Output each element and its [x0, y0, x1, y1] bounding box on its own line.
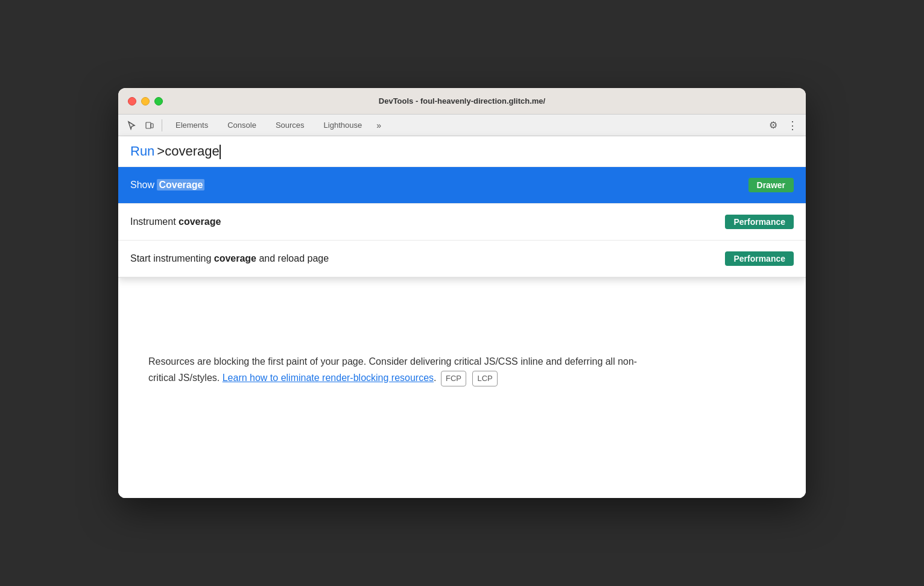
devtools-panel: Elements Console Sources Lighthouse » ⚙ — [118, 115, 806, 498]
close-button[interactable] — [128, 97, 136, 106]
command-input-row[interactable]: Run >coverage — [118, 136, 806, 167]
result-text-show-coverage: Show Coverage — [130, 180, 748, 191]
more-tabs-button[interactable]: » — [372, 118, 386, 133]
result-text-start-instrumenting: Start instrumenting coverage and reload … — [130, 253, 725, 264]
command-result-start-instrumenting[interactable]: Start instrumenting coverage and reload … — [118, 241, 806, 277]
device-toggle-icon[interactable] — [141, 117, 158, 134]
result-tag-drawer: Drawer — [748, 178, 794, 192]
tab-elements[interactable]: Elements — [166, 117, 218, 133]
description-text-part2: . — [434, 373, 439, 383]
more-options-button[interactable]: ⋮ — [784, 117, 801, 134]
result-tag-performance-2: Performance — [725, 251, 794, 266]
devtools-toolbar: Elements Console Sources Lighthouse » ⚙ — [118, 115, 806, 136]
command-result-show-coverage[interactable]: Show Coverage Drawer — [118, 167, 806, 204]
main-area: Run >coverage Show Coverage Drawer Instr… — [118, 136, 806, 498]
run-label: Run — [130, 143, 154, 159]
cursor-icon[interactable] — [123, 117, 140, 134]
tab-bar: Elements Console Sources Lighthouse » — [166, 117, 764, 133]
svg-rect-1 — [151, 124, 153, 128]
tab-lighthouse[interactable]: Lighthouse — [314, 117, 372, 133]
command-input-value: >coverage — [157, 143, 220, 159]
svg-rect-0 — [146, 122, 151, 128]
browser-window: DevTools - foul-heavenly-direction.glitc… — [118, 88, 806, 498]
description-paragraph: Resources are blocking the first paint o… — [148, 353, 643, 386]
toolbar-right: ⚙ ⋮ — [765, 117, 801, 134]
maximize-button[interactable] — [154, 97, 163, 106]
more-options-icon: ⋮ — [787, 119, 798, 132]
text-cursor — [220, 145, 221, 159]
result-tag-performance-1: Performance — [725, 215, 794, 229]
tab-sources[interactable]: Sources — [266, 117, 314, 133]
lcp-badge: LCP — [472, 371, 497, 386]
render-blocking-link[interactable]: Learn how to eliminate render-blocking r… — [223, 373, 434, 383]
traffic-lights — [128, 97, 163, 106]
toolbar-divider-1 — [162, 119, 162, 131]
title-bar: DevTools - foul-heavenly-direction.glitc… — [118, 88, 806, 115]
minimize-button[interactable] — [141, 97, 150, 106]
command-palette: Run >coverage Show Coverage Drawer Instr… — [118, 136, 806, 278]
tab-console[interactable]: Console — [218, 117, 266, 133]
command-result-instrument-coverage[interactable]: Instrument coverage Performance — [118, 204, 806, 241]
result-text-instrument-coverage: Instrument coverage — [130, 216, 725, 227]
settings-icon: ⚙ — [769, 119, 777, 131]
window-title: DevTools - foul-heavenly-direction.glitc… — [379, 96, 545, 106]
body-content: Resources are blocking the first paint o… — [130, 317, 794, 405]
settings-button[interactable]: ⚙ — [765, 117, 782, 134]
fcp-badge: FCP — [441, 371, 466, 386]
